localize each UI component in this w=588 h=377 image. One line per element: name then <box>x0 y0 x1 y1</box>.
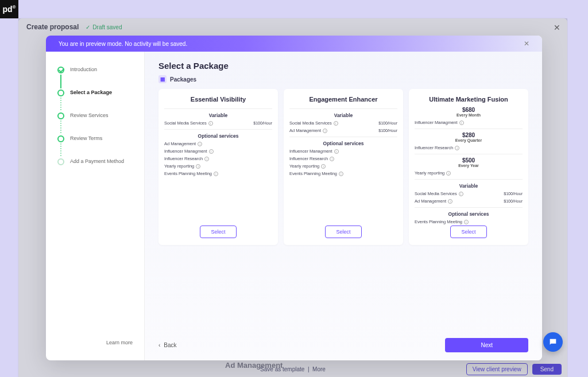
next-button[interactable]: Next <box>445 338 528 352</box>
info-icon[interactable]: i <box>334 121 338 126</box>
package-engagement-enhancer: Engagement Enhancer Variable Social Medi… <box>284 89 403 245</box>
wizard-sidebar: Introduction Select a Package Review Ser… <box>46 52 145 360</box>
wizard-nav: ‹ Back Next <box>158 330 528 352</box>
info-icon[interactable]: i <box>455 146 459 150</box>
circle-icon <box>57 112 64 119</box>
info-icon[interactable]: i <box>196 164 200 169</box>
breadcrumb: ▦ Packages <box>158 75 528 83</box>
back-button[interactable]: ‹ Back <box>158 342 177 348</box>
packages-icon: ▦ <box>158 75 167 83</box>
preview-modal: You are in preview mode. No activity wil… <box>46 36 542 360</box>
info-icon[interactable]: i <box>214 172 218 176</box>
chevron-left-icon: ‹ <box>158 342 160 348</box>
step-review-services[interactable]: Review Services <box>57 112 133 119</box>
info-icon[interactable]: i <box>339 172 343 176</box>
step-review-terms[interactable]: Review Terms <box>57 135 133 142</box>
preview-mode-banner: You are in preview mode. No activity wil… <box>46 36 542 52</box>
brand-logo: pd® <box>0 0 18 18</box>
step-introduction[interactable]: Introduction <box>57 67 133 73</box>
info-icon[interactable]: i <box>464 220 469 224</box>
modal-content: Select a Package ▦ Packages Essential Vi… <box>145 52 542 360</box>
circle-icon <box>57 135 64 142</box>
info-icon[interactable]: i <box>334 149 339 154</box>
content-title: Select a Package <box>158 61 528 71</box>
info-icon[interactable]: i <box>330 157 334 161</box>
select-package-button[interactable]: Select <box>450 226 486 238</box>
info-icon[interactable]: i <box>459 192 463 196</box>
select-package-button[interactable]: Select <box>325 226 361 238</box>
close-preview-icon[interactable]: ✕ <box>524 40 529 48</box>
info-icon[interactable]: i <box>446 171 451 176</box>
info-icon[interactable]: i <box>198 142 202 146</box>
step-add-payment[interactable]: Add a Payment Method <box>57 158 133 165</box>
circle-icon <box>57 158 64 165</box>
chat-icon <box>548 337 558 347</box>
info-icon[interactable]: i <box>321 164 326 169</box>
info-icon[interactable]: i <box>204 157 209 161</box>
package-ultimate-marketing-fusion: Ultimate Marketing Fusion $680Every Mont… <box>409 89 528 245</box>
circle-icon <box>57 90 64 96</box>
select-package-button[interactable]: Select <box>200 226 236 238</box>
package-essential-visibility: Essential Visibility Variable Social Med… <box>158 89 278 245</box>
info-icon[interactable]: i <box>323 129 327 133</box>
chat-launcher[interactable] <box>543 332 563 352</box>
check-circle-icon <box>57 67 64 73</box>
info-icon[interactable]: i <box>448 199 452 204</box>
learn-more-link[interactable]: Learn more <box>57 340 133 345</box>
info-icon[interactable]: i <box>209 149 214 154</box>
info-icon[interactable]: i <box>208 121 213 126</box>
package-cards: Essential Visibility Variable Social Med… <box>158 89 528 245</box>
info-icon[interactable]: i <box>459 121 464 125</box>
step-select-package[interactable]: Select a Package <box>57 90 133 96</box>
